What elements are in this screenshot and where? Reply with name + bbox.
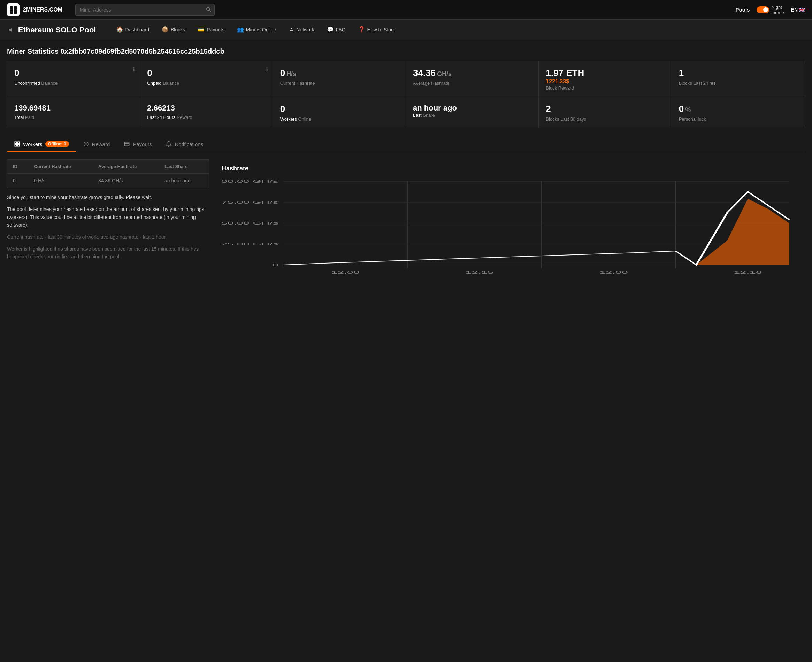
svg-text:50.00 GH/s: 50.00 GH/s	[221, 221, 278, 225]
tab-notifications[interactable]: Notifications	[159, 137, 210, 152]
nav-faq[interactable]: 💬 FAQ	[321, 19, 352, 40]
lang-label: EN	[791, 7, 798, 13]
svg-text:100.00 GH/s: 100.00 GH/s	[221, 179, 278, 183]
svg-marker-30	[696, 199, 789, 265]
header: 2MINERS.COM Pools Nighttheme EN 🇬🇧	[0, 0, 812, 19]
nav-miners-online[interactable]: 👥 Miners Online	[231, 19, 282, 40]
pools-link[interactable]: Pools	[736, 6, 750, 13]
tab-reward[interactable]: Reward	[76, 137, 117, 152]
tab-notifications-label: Notifications	[175, 141, 203, 147]
block-reward-usd: 1221.33$	[546, 79, 664, 85]
workers-offline-badge: Offline: 1	[45, 141, 69, 147]
logo-icon	[7, 3, 19, 16]
stat-current-hashrate: 0 H/s Current Hashrate	[273, 61, 406, 97]
header-right: Pools Nighttheme EN 🇬🇧	[736, 5, 805, 15]
miner-title-prefix: Miner Statistics	[7, 47, 60, 55]
current-hashrate-value: 0 H/s	[280, 67, 399, 79]
dashboard-icon: 🏠	[116, 26, 124, 33]
svg-rect-12	[125, 142, 130, 146]
unpaid-balance-label: Unpaid Balance	[147, 80, 266, 86]
svg-point-4	[207, 7, 210, 10]
logo-area: 2MINERS.COM	[7, 3, 70, 16]
table-row: 0 0 H/s 34.36 GH/s an hour ago	[7, 174, 209, 188]
network-icon: 🖥	[289, 26, 294, 33]
svg-text:12:15: 12:15	[465, 270, 493, 274]
nav-links: 🏠 Dashboard 📦 Blocks 💳 Payouts 👥 Miners …	[110, 19, 400, 40]
info-msg-4: Worker is highlighted if no shares have …	[7, 245, 209, 261]
row-current-hashrate: 0 H/s	[28, 174, 93, 188]
row-average-hashrate: 34.36 GH/s	[93, 174, 159, 188]
svg-text:12:16: 12:16	[733, 270, 762, 274]
stat-last-share: an hour ago Last Share	[406, 97, 539, 128]
nav-blocks-label: Blocks	[171, 27, 185, 32]
stat-blocks-24h: 1 Blocks Last 24 hrs	[672, 61, 805, 97]
hashrate-chart-panel: Hashrate 100.00 GH/s 75.00 GH/s 5	[216, 159, 805, 288]
nav-dashboard-label: Dashboard	[125, 27, 149, 32]
stat-total-paid: 139.69481 Total Paid	[7, 97, 140, 128]
stat-last-24h-reward: 2.66213 Last 24 Hours Reward	[140, 97, 273, 128]
content-area: ID Current Hashrate Average Hashrate Las…	[7, 159, 805, 288]
search-bar	[75, 4, 215, 16]
miner-address: 0x2fbb07c09d69fb2d5070d5b254616cc25b15dd…	[60, 47, 224, 55]
blocks-icon: 📦	[162, 26, 168, 33]
svg-text:75.00 GH/s: 75.00 GH/s	[221, 200, 278, 204]
unconfirmed-balance-value: 0	[14, 67, 133, 79]
night-theme-toggle[interactable]: Nighttheme	[757, 5, 784, 15]
workers-tab-icon	[14, 141, 20, 147]
tabs-bar: Workers Offline: 1 Reward Payouts Notifi…	[7, 137, 805, 152]
language-selector[interactable]: EN 🇬🇧	[791, 7, 805, 13]
last-24h-label: Last 24 Hours Reward	[147, 115, 266, 120]
payouts-icon: 💳	[197, 26, 205, 33]
faq-icon: 💬	[327, 26, 334, 33]
blocks-30d-label: Blocks Last 30 days	[546, 116, 664, 122]
blocks-30d-value: 2	[546, 104, 664, 114]
row-last-share: an hour ago	[159, 174, 209, 188]
info-icon-unconfirmed[interactable]: ℹ	[133, 66, 135, 73]
svg-rect-1	[14, 6, 17, 10]
unpaid-balance-value: 0	[147, 67, 266, 79]
svg-line-5	[209, 10, 211, 11]
tab-reward-label: Reward	[92, 141, 110, 147]
nav-how-to-start[interactable]: ❓ How to Start	[352, 19, 400, 40]
unconfirmed-balance-label: Unconfirmed Balance	[14, 80, 133, 86]
night-theme-label: Nighttheme	[771, 5, 784, 15]
last-share-label: Last Share	[413, 112, 531, 118]
stat-unconfirmed-balance: ℹ 0 Unconfirmed Balance	[7, 61, 140, 97]
nav-payouts[interactable]: 💳 Payouts	[191, 19, 231, 40]
block-reward-label: Block Reward	[546, 85, 664, 91]
hashrate-chart: 100.00 GH/s 75.00 GH/s 50.00 GH/s 25.00 …	[221, 178, 799, 282]
nav-miners-online-label: Miners Online	[246, 27, 276, 32]
stat-workers-online: 0 Workers Online	[273, 97, 406, 128]
col-current-hashrate: Current Hashrate	[28, 160, 93, 174]
nav-blocks[interactable]: 📦 Blocks	[156, 19, 191, 40]
reward-tab-icon	[83, 141, 89, 147]
info-msg-1: Since you start to mine your hashrate gr…	[7, 193, 209, 201]
search-icon	[205, 6, 211, 13]
col-average-hashrate: Average Hashrate	[93, 160, 159, 174]
svg-rect-3	[14, 10, 17, 14]
info-msg-2: The pool determines your hashrate based …	[7, 205, 209, 229]
info-msg-3: Current hashrate - last 30 minutes of wo…	[7, 233, 209, 241]
svg-rect-6	[14, 141, 16, 143]
total-paid-value: 139.69481	[14, 104, 133, 112]
notifications-tab-icon	[165, 141, 172, 147]
tab-workers-label: Workers	[23, 141, 43, 147]
info-icon-unpaid[interactable]: ℹ	[266, 66, 268, 73]
svg-rect-7	[18, 141, 19, 143]
left-panel: ID Current Hashrate Average Hashrate Las…	[7, 159, 209, 288]
block-reward-eth: 1.97 ETH	[546, 67, 664, 79]
tab-payouts[interactable]: Payouts	[117, 137, 159, 152]
row-id: 0	[7, 174, 29, 188]
night-theme-switch[interactable]	[757, 6, 769, 13]
back-arrow[interactable]: ◄	[7, 26, 13, 34]
svg-rect-9	[18, 145, 19, 146]
payouts-tab-icon	[124, 141, 130, 147]
nav-network[interactable]: 🖥 Network	[282, 19, 320, 40]
tab-workers[interactable]: Workers Offline: 1	[7, 137, 76, 152]
stat-blocks-30d: 2 Blocks Last 30 days	[539, 97, 672, 128]
average-hashrate-label: Average Hashrate	[413, 80, 531, 86]
svg-rect-2	[10, 10, 13, 14]
svg-point-10	[84, 142, 88, 146]
nav-dashboard[interactable]: 🏠 Dashboard	[110, 19, 156, 40]
search-input[interactable]	[75, 4, 215, 16]
